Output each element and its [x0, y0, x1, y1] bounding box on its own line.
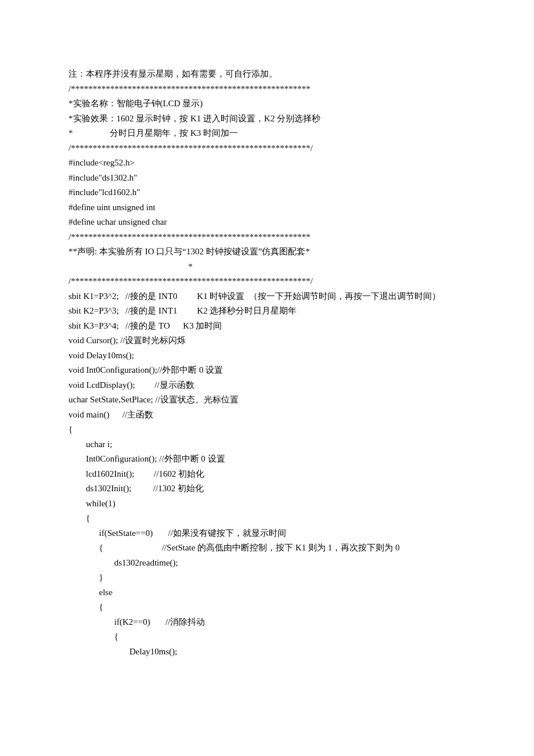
code-line: while(1) [68, 496, 466, 512]
code-line: ds1302Init(); //1302 初始化 [68, 481, 466, 496]
code-line: { [68, 511, 466, 526]
code-line: sbit K2=P3^3; //接的是 INT1 K2 选择秒分时日月星期年 [68, 304, 466, 319]
code-line: * [68, 260, 466, 275]
code-line: /***************************************… [68, 82, 466, 97]
code-line: #include"ds1302.h" [68, 171, 466, 186]
code-line: /***************************************… [68, 230, 466, 245]
code-line: sbit K3=P3^4; //接的是 TO K3 加时间 [68, 319, 466, 334]
code-line: { //SetState 的高低由中断控制，按下 K1 则为 1，再次按下则为 … [68, 541, 466, 556]
code-line: /***************************************… [68, 141, 466, 156]
code-line: * 分时日月星期年，按 K3 时间加一 [68, 126, 466, 141]
code-line: sbit K1=P3^2; //接的是 INT0 K1 时钟设置 （按一下开始调… [68, 289, 466, 304]
code-line: { [68, 422, 466, 437]
code-line: void Delay10ms(); [68, 348, 466, 363]
code-line: Delay10ms(); [68, 645, 466, 660]
code-line: void LcdDisplay(); //显示函数 [68, 378, 466, 393]
code-line: 注：本程序并没有显示星期，如有需要，可自行添加。 [68, 67, 466, 82]
code-line: #include"lcd1602.h" [68, 185, 466, 200]
code-line: #include<reg52.h> [68, 156, 466, 171]
code-line: if(SetState==0) //如果没有键按下，就显示时间 [68, 526, 466, 541]
code-line: else [68, 585, 466, 600]
code-line: ds1302readtime(); [68, 556, 466, 571]
code-line: { [68, 629, 466, 645]
code-line: #define uchar unsigned char [68, 215, 466, 230]
code-line: Int0Configuration(); //外部中断 0 设置 [68, 452, 466, 467]
code-line: *实验效果：1602 显示时钟，按 K1 进入时间设置，K2 分别选择秒 [68, 111, 466, 127]
code-line: if(K2==0) //消除抖动 [68, 615, 466, 630]
code-line: void Int0Configuration();//外部中断 0 设置 [68, 363, 466, 378]
code-line: #define uint unsigned int [68, 200, 466, 215]
code-line: uchar i; [68, 437, 466, 452]
code-line: { [68, 600, 466, 615]
code-line: /***************************************… [68, 274, 466, 289]
code-line: **声明: 本实验所有 IO 口只与“1302 时钟按键设置”仿真图配套* [68, 244, 466, 260]
document-page: 注：本程序并没有显示星期，如有需要，可自行添加。/***************… [0, 0, 534, 756]
code-line: void Cursor(); //设置时光标闪烁 [68, 333, 466, 348]
code-line: *实验名称：智能电子钟(LCD 显示) [68, 96, 466, 111]
code-line: void main() //主函数 [68, 408, 466, 423]
code-line: } [68, 570, 466, 585]
code-line: uchar SetState,SetPlace; //设置状态、光标位置 [68, 393, 466, 408]
code-line: lcd1602Init(); //1602 初始化 [68, 467, 466, 482]
